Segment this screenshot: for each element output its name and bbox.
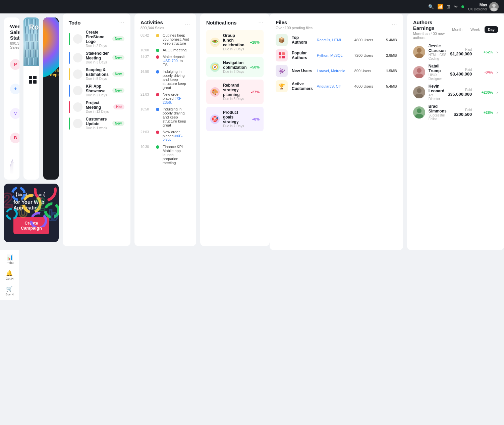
todo-avatar xyxy=(73,102,82,112)
author-name: Natali Trump xyxy=(429,64,447,73)
notif-value: +28% xyxy=(250,40,260,44)
file-size: 2.8MB xyxy=(382,53,397,57)
file-name: New Users xyxy=(292,68,313,73)
files-menu[interactable]: ⋯ xyxy=(392,21,397,28)
author-change: +52% xyxy=(478,50,493,54)
activity-text: Indulging in poorly driving and keep str… xyxy=(163,69,190,90)
file-tech: Python, MySQL xyxy=(317,53,350,57)
sidebar-right-geth[interactable]: 🔔 Get H xyxy=(6,270,14,280)
grid-icon[interactable]: ⊞ xyxy=(446,4,450,9)
activity-item: 08:42 Outlines keep you honest. And keep… xyxy=(141,33,190,45)
author-name: Kevin Leonard xyxy=(429,84,444,93)
activity-time: 08:42 xyxy=(141,34,153,37)
svg-point-22 xyxy=(417,108,422,113)
author-change: +28% xyxy=(478,110,493,114)
todo-badge-hot: Hot xyxy=(113,104,124,109)
globe-decoration xyxy=(43,17,59,78)
activity-item: 14:37 Make deposit USD 700. to ESL xyxy=(141,55,190,67)
sidebar-right-buyn[interactable]: 🛒 Buy N xyxy=(5,286,14,296)
author-change: -34% xyxy=(478,70,493,74)
buyn-icon: 🛒 xyxy=(5,286,14,292)
weekly-sales-subtitle: 890,344 Sales xyxy=(10,41,13,49)
paid-label: Paid xyxy=(448,88,472,92)
activity-item: 16:50 Indulging in poorly driving and ke… xyxy=(141,69,190,90)
notif-info: Navigation optimization Due in 2 Days xyxy=(223,60,247,74)
notif-item: 🧭 Navigation optimization Due in 2 Days … xyxy=(206,57,264,77)
author-amount: $35,600,000 xyxy=(448,92,472,97)
activities-card: Activities 890,344 Sales ⋯ 08:42 Outline… xyxy=(134,13,196,246)
activity-time: 14:37 xyxy=(141,55,153,59)
weekly-sales-card: Weekly Sales Stats 890,344 Sales ⋯ P Top… xyxy=(4,17,19,180)
notifications-menu[interactable]: ⋯ xyxy=(258,19,264,26)
activity-link[interactable]: USD 700. xyxy=(163,59,179,63)
author-detail-arrow[interactable]: › xyxy=(496,69,498,75)
author-role: HTML, CSS Coding xyxy=(429,53,447,60)
geth-label: Get H xyxy=(6,277,14,280)
file-users: 7200 Users xyxy=(354,53,378,57)
todo-avatar xyxy=(73,69,82,79)
author-detail-arrow[interactable]: › xyxy=(496,110,498,115)
activity-dot xyxy=(156,49,159,52)
todo-color-bar xyxy=(69,68,70,80)
period-tabs: Month Week Day xyxy=(449,26,498,33)
author-detail-arrow[interactable]: › xyxy=(496,49,498,55)
author-earnings: Paid $1,200,000 xyxy=(450,48,472,56)
activity-time: 21:03 xyxy=(141,93,153,96)
brightness-icon[interactable]: ☀ xyxy=(454,4,458,9)
tab-day[interactable]: Day xyxy=(485,26,498,33)
prebu-label: Prebu xyxy=(5,261,13,265)
author-item: Brad Simmons Successful Fellas Paid $200… xyxy=(413,104,498,121)
activity-text: Make deposit USD 700. to ESL xyxy=(163,55,190,67)
svg-point-6 xyxy=(31,213,46,227)
activity-item: 21:03 New order placed #XF-2356. xyxy=(141,92,190,104)
todo-item: Scoping & Estimations Due in 5 Days New xyxy=(69,67,124,81)
todo-menu[interactable]: ⋯ xyxy=(119,19,124,26)
stat-popular-authors: ✈ Popular Authors Randy, Steve, Mike +28… xyxy=(10,79,13,99)
activities-menu[interactable]: ⋯ xyxy=(185,21,190,28)
activities-title: Activities xyxy=(141,19,164,25)
author-info: Natali Trump UI/UX Designer xyxy=(429,64,447,81)
activity-text: AEOL meeting xyxy=(163,48,190,52)
author-amount: $200,500 xyxy=(454,112,472,117)
svg-point-0 xyxy=(492,4,496,7)
roofing-card: Roofing 8,600 New Customers xyxy=(23,17,39,180)
todo-item-title: Create FireStone Logo xyxy=(86,30,109,44)
new-customers-section: 8,600 New Customers xyxy=(23,66,39,93)
todo-list: Create FireStone Logo Due in 2 Days New … xyxy=(69,30,124,130)
todo-card: Todo ⋯ Create FireStone Logo Due in 2 Da… xyxy=(63,13,130,246)
activity-item: 10:00 AEOL meeting xyxy=(141,48,190,52)
svg-point-5 xyxy=(12,188,24,200)
notif-title: Navigation optimization xyxy=(223,60,247,70)
sidebar-right-prebu[interactable]: 📊 Prebu xyxy=(5,254,13,265)
svg-point-17 xyxy=(415,53,423,58)
author-role: Art Director xyxy=(429,93,444,101)
stat-active-customers: B Active Customers Mark, Rowling, Esther… xyxy=(10,128,13,148)
avatar[interactable] xyxy=(489,2,499,11)
stat-list: P Top Authors Mark, Rowling, Esther +82$… xyxy=(10,54,13,148)
todo-item-title: KPI App Showcase xyxy=(86,84,109,93)
activity-link[interactable]: #XF-2356. xyxy=(163,134,182,142)
user-profile[interactable]: Max UX Designer xyxy=(468,2,499,11)
signal-icon[interactable]: 📶 xyxy=(437,4,443,9)
prebu-icon: 📊 xyxy=(5,254,13,261)
activity-text: Indulging in poorly driving and keep str… xyxy=(163,107,190,127)
weekly-sales-menu[interactable]: ⋯ xyxy=(9,23,14,29)
tab-month[interactable]: Month xyxy=(449,26,466,33)
activity-link[interactable]: #XF-2356. xyxy=(163,96,182,104)
notif-title: Product goals strategy xyxy=(223,110,249,124)
notif-icon: 🥗 xyxy=(210,38,220,47)
file-users: 890 Users xyxy=(354,69,378,73)
todo-badge: New xyxy=(112,36,125,41)
top-row: Weekly Sales Stats 890,344 Sales ⋯ P Top… xyxy=(4,17,59,180)
file-name: Popular Authors xyxy=(292,51,313,60)
todo-color-bar xyxy=(69,33,70,45)
nc-squares-icon xyxy=(29,76,37,84)
search-icon[interactable]: 🔍 xyxy=(428,4,434,9)
paid-label: Paid xyxy=(450,68,472,72)
author-info: Jessie Clarcson HTML, CSS Coding xyxy=(429,44,447,60)
notif-due: Due in 7 Days xyxy=(223,124,249,128)
todo-item-title: Customers Update xyxy=(86,117,109,126)
author-detail-arrow[interactable]: › xyxy=(496,90,498,95)
stat-new-users: V New Users John, Pat, Jimmy +4500$ xyxy=(10,103,13,124)
tab-week[interactable]: Week xyxy=(467,26,483,33)
